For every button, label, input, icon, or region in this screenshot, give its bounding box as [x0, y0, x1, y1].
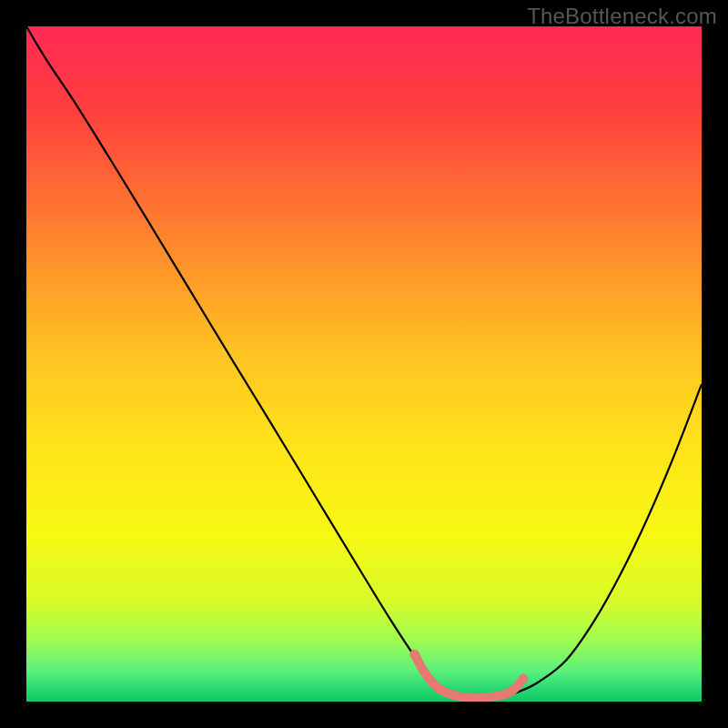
watermark-text: TheBottleneck.com — [527, 4, 717, 29]
marker-end-dot — [410, 650, 419, 659]
chart-frame: TheBottleneck.com — [0, 0, 728, 728]
chart-svg — [26, 26, 702, 702]
gradient-background — [26, 26, 702, 702]
marker-end-dot — [519, 674, 528, 683]
plot-area — [26, 26, 702, 702]
